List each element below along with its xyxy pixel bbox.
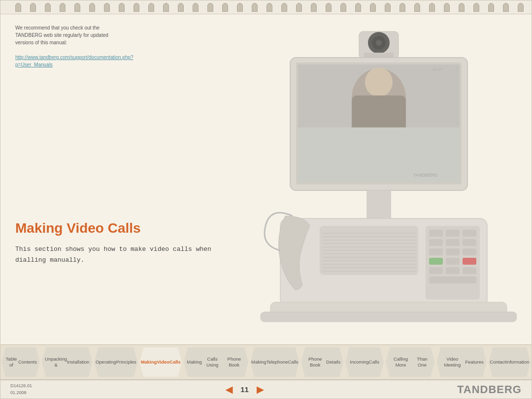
nav-label: Phone Book <box>304 356 326 368</box>
svg-rect-43 <box>429 267 443 274</box>
recommendation-text: We recommend that you check out the TAND… <box>15 24 114 68</box>
nav-item-contact-information[interactable]: ContactInformation <box>489 347 531 377</box>
next-arrow[interactable]: ▶ <box>257 384 264 395</box>
spiral-dot <box>74 3 80 12</box>
nav-label: Telephone <box>266 359 288 365</box>
spiral-dot <box>104 3 110 12</box>
nav-label: Contents <box>18 359 37 365</box>
nav-label: Calls <box>169 359 181 365</box>
spiral-dot <box>399 3 405 12</box>
website-link[interactable]: http://www.tandberg.com/support/document… <box>15 55 133 67</box>
prev-arrow[interactable]: ◀ <box>226 384 233 395</box>
nav-bar: Table ofContentsUnpacking &InstallationO… <box>0 344 532 380</box>
svg-rect-15 <box>366 190 391 220</box>
nav-item-phone-book-details[interactable]: Phone BookDetails <box>301 347 343 377</box>
spiral-dot <box>45 3 51 12</box>
spiral-dot <box>89 3 95 12</box>
spiral-dot <box>178 3 184 12</box>
nav-label: Information <box>506 359 530 365</box>
nav-item-incoming-calls[interactable]: IncomingCalls <box>345 347 384 377</box>
svg-rect-34 <box>429 239 443 246</box>
spiral-dot <box>503 3 509 12</box>
doc-date: 01.2008 <box>10 390 32 397</box>
spiral-dot <box>518 3 524 12</box>
nav-label: Table of <box>4 356 18 368</box>
svg-rect-48 <box>261 312 517 322</box>
nav-label: Features <box>465 359 484 365</box>
brand-logo: TANDBERG <box>457 383 522 396</box>
svg-rect-12 <box>298 64 460 183</box>
page-description: This section shows you how to make video… <box>15 244 211 266</box>
nav-item-making-calls-phone-book[interactable]: MakingCalls UsingPhone Book <box>184 347 248 377</box>
doc-number: D14126.01 <box>10 383 32 390</box>
nav-label: Calls <box>369 359 379 365</box>
nav-label: Making <box>251 359 266 365</box>
svg-rect-36 <box>463 239 476 246</box>
spiral-dot <box>444 3 450 12</box>
svg-rect-37 <box>429 248 443 255</box>
spiral-bar <box>0 0 532 14</box>
spiral-dot <box>311 3 317 12</box>
nav-label: Calls <box>288 359 299 365</box>
svg-rect-32 <box>446 230 460 237</box>
spiral-dot <box>193 3 199 12</box>
nav-item-unpacking-installation[interactable]: Unpacking &Installation <box>42 347 93 377</box>
svg-point-3 <box>376 40 382 46</box>
svg-rect-45 <box>463 267 476 274</box>
spiral-dot <box>281 3 287 12</box>
svg-rect-38 <box>446 248 460 255</box>
nav-item-making-video-calls[interactable]: MakingVideoCalls <box>139 347 182 377</box>
nav-item-table-of-contents[interactable]: Table ofContents <box>1 347 40 377</box>
nav-label: Operating <box>96 359 116 365</box>
nav-label: Making <box>141 359 157 365</box>
nav-label: Video Meeting <box>439 356 465 368</box>
nav-label: Principles <box>116 359 136 365</box>
spiral-dot <box>163 3 169 12</box>
nav-label: Making <box>187 359 202 365</box>
svg-rect-33 <box>463 230 476 237</box>
nav-label: Incoming <box>350 359 369 365</box>
nav-label: Calling More <box>389 356 413 368</box>
spiral-dot <box>207 3 213 12</box>
recommendation-body: We recommend that you check out the TAND… <box>15 24 114 46</box>
svg-rect-40 <box>429 258 443 265</box>
spiral-dot <box>488 3 494 12</box>
nav-label: Installation <box>67 359 89 365</box>
nav-label: Contact <box>490 359 506 365</box>
nav-item-making-telephone-calls[interactable]: MakingTelephoneCalls <box>250 347 299 377</box>
spiral-dot <box>385 3 391 12</box>
nav-label: Video <box>157 359 169 365</box>
spiral-dot <box>414 3 420 12</box>
spiral-dot <box>459 3 465 12</box>
main-content: We recommend that you check out the TAND… <box>0 14 532 344</box>
spiral-dot <box>30 3 36 12</box>
footer: D14126.01 01.2008 ◀ 11 ▶ TANDBERG <box>0 380 532 399</box>
spiral-dot <box>119 3 125 12</box>
nav-item-calling-more-than-one[interactable]: Calling MoreThan One <box>386 347 434 377</box>
svg-rect-44 <box>446 267 460 274</box>
page-title: Making Video Calls <box>15 220 141 236</box>
spiral-dot <box>60 3 66 12</box>
spiral-dot <box>237 3 243 12</box>
spiral-dot <box>340 3 346 12</box>
spiral-dot <box>148 3 154 12</box>
svg-rect-4 <box>364 53 394 58</box>
page-navigation: ◀ 11 ▶ <box>226 384 264 395</box>
svg-rect-31 <box>429 230 443 237</box>
spiral-dot <box>355 3 361 12</box>
spiral-dot <box>429 3 435 12</box>
nav-item-operating-principles[interactable]: OperatingPrinciples <box>95 347 138 377</box>
svg-text:TANDBERG: TANDBERG <box>413 173 437 178</box>
page-container: We recommend that you check out the TAND… <box>0 0 532 399</box>
device-image: TANDBERG E135 <box>241 29 517 334</box>
nav-label: Details <box>326 359 340 365</box>
doc-info: D14126.01 01.2008 <box>10 383 32 396</box>
nav-label: Unpacking & <box>45 356 67 368</box>
spiral-dot <box>326 3 332 12</box>
svg-text:E135: E135 <box>433 67 442 72</box>
page-number: 11 <box>240 385 249 394</box>
nav-item-video-meeting-features[interactable]: Video MeetingFeatures <box>436 347 486 377</box>
nav-label: Phone Book <box>223 356 245 368</box>
spiral-dot <box>370 3 376 12</box>
svg-rect-41 <box>446 258 460 265</box>
